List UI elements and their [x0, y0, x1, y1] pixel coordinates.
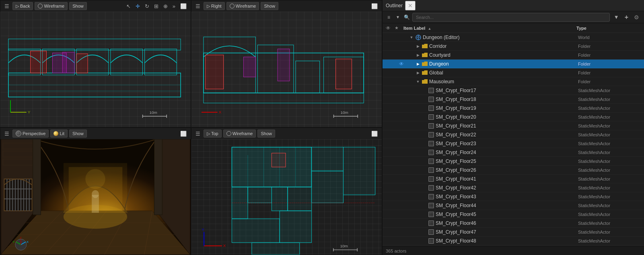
tree-item-sm_crypt_floor24[interactable]: SM_Crypt_Floor24 StaticMeshActor — [383, 148, 644, 157]
viewport-top-maximize-btn[interactable]: ⬜ — [370, 130, 379, 138]
tree-item-courtyard[interactable]: ▶ Courtyard Folder — [383, 51, 644, 60]
svg-rect-176 — [429, 212, 434, 217]
mesh-icon-sm_crypt_floor45 — [428, 212, 435, 217]
viewport-perspective-maximize-btn[interactable]: ⬜ — [179, 130, 188, 138]
viewport-back-show-btn[interactable]: Show — [69, 2, 87, 10]
viewport-top-show-btn[interactable]: Show — [257, 130, 275, 138]
viewport-perspective-menu-btn[interactable]: ☰ — [3, 130, 11, 138]
label-sm_crypt_floor26: SM_Crypt_Floor26 — [436, 167, 578, 173]
tree-item-sm_crypt_floor17[interactable]: SM_Crypt_Floor17 StaticMeshActor — [383, 86, 644, 95]
visibility-dungeon[interactable]: 👁 — [397, 61, 406, 67]
top-view-label: Top — [211, 131, 218, 136]
type-sm_crypt_floor44: StaticMeshActor — [578, 203, 642, 208]
svg-rect-89 — [252, 243, 300, 255]
tree-item-sm_crypt_floor46[interactable]: SM_Crypt_Floor46 StaticMeshActor — [383, 219, 644, 228]
viewport-back: ☰ ▷ Back Wireframe Show ↖ ✛ ↻ ⊞ ⊕ » ⬜ — [0, 0, 191, 128]
svg-rect-141 — [429, 150, 434, 155]
type-sm_crypt_floor21: StaticMeshActor — [578, 123, 642, 128]
tree-item-sm_crypt_floor42[interactable]: SM_Crypt_Floor42 StaticMeshActor — [383, 183, 644, 192]
header-type-col[interactable]: Type — [576, 26, 641, 31]
top-view-icon: ▷ — [207, 131, 210, 136]
expand-global[interactable]: ▶ — [415, 71, 421, 75]
outliner-close-button[interactable]: ✕ — [405, 1, 416, 10]
svg-rect-116 — [429, 106, 434, 111]
back-mode-label: Wireframe — [44, 4, 64, 8]
viewport-top-view-btn[interactable]: ▷ Top — [204, 130, 222, 138]
label-sm_crypt_floor46: SM_Crypt_Floor46 — [436, 220, 578, 226]
expand-corridor[interactable]: ▶ — [415, 44, 421, 48]
viewport-back-mode-btn[interactable]: Wireframe — [35, 2, 68, 10]
tree-item-sm_crypt_floor44[interactable]: SM_Crypt_Floor44 StaticMeshActor — [383, 201, 644, 210]
viewport-top-toolbar: ☰ ▷ Top Wireframe Show ⬜ — [191, 128, 382, 139]
mesh-icon-sm_crypt_floor46 — [428, 220, 435, 226]
label-sm_crypt_floor20: SM_Crypt_Floor20 — [436, 114, 578, 120]
tree-item-sm_crypt_floor22[interactable]: SM_Crypt_Floor22 StaticMeshActor — [383, 130, 644, 139]
tree-item-sm_crypt_floor41[interactable]: SM_Crypt_Floor41 StaticMeshActor — [383, 175, 644, 183]
outliner-tree[interactable]: ▼ Dungeon (Editor) World ▶ Corridor Fold… — [383, 33, 644, 246]
svg-text:X: X — [219, 110, 222, 114]
tree-item-sm_crypt_floor43[interactable]: SM_Crypt_Floor43 StaticMeshActor — [383, 192, 644, 201]
tree-item-sm_crypt_floor20[interactable]: SM_Crypt_Floor20 StaticMeshActor — [383, 113, 644, 121]
outliner-search-input[interactable] — [412, 13, 610, 22]
tree-item-sm_crypt_floor23[interactable]: SM_Crypt_Floor23 StaticMeshActor — [383, 139, 644, 148]
viewport-perspective-view-btn[interactable]: Perspective — [12, 130, 49, 138]
tree-item-dungeon-editor[interactable]: ▼ Dungeon (Editor) World — [383, 33, 644, 42]
viewport-back-rotate-btn[interactable]: ↻ — [143, 2, 151, 10]
viewport-back-more-btn[interactable]: » — [171, 2, 177, 10]
svg-rect-126 — [429, 123, 434, 128]
type-sm_crypt_floor19: StaticMeshActor — [578, 106, 642, 111]
tree-item-sm_crypt_floor47[interactable]: SM_Crypt_Floor47 StaticMeshActor — [383, 228, 644, 236]
tree-item-corridor[interactable]: ▶ Corridor Folder — [383, 42, 644, 51]
tree-item-sm_crypt_floor18[interactable]: SM_Crypt_Floor18 StaticMeshActor — [383, 95, 644, 104]
viewport-right-show-btn[interactable]: Show — [261, 2, 278, 10]
outliner-add-btn[interactable]: + — [623, 13, 630, 22]
type-sm_crypt_floor17: StaticMeshActor — [578, 88, 642, 93]
viewport-back-view-btn[interactable]: ▷ Back — [12, 2, 33, 10]
expand-courtyard[interactable]: ▶ — [415, 53, 421, 57]
tree-item-sm_crypt_floor21[interactable]: SM_Crypt_Floor21 StaticMeshActor — [383, 121, 644, 130]
tree-item-dungeon[interactable]: 👁 ▶ Dungeon Folder — [383, 60, 644, 68]
viewport-back-menu-btn[interactable]: ☰ — [3, 2, 11, 10]
outliner-filter-btn[interactable]: ≡ — [386, 14, 392, 21]
viewport-back-maximize-btn[interactable]: ⬜ — [179, 2, 188, 10]
tree-item-global[interactable]: ▶ Global Folder — [383, 68, 644, 77]
viewport-perspective-show-btn[interactable]: Show — [69, 130, 87, 138]
outliner-settings-btn[interactable]: ⚙ — [632, 13, 641, 21]
viewport-right-menu-btn[interactable]: ☰ — [194, 2, 202, 10]
viewport-right-mode-btn[interactable]: Wireframe — [226, 2, 259, 10]
expand-dungeon[interactable]: ▶ — [415, 62, 421, 66]
viewport-back-world-btn[interactable]: ⊕ — [162, 2, 169, 10]
tree-item-sm_crypt_floor48[interactable]: SM_Crypt_Floor48 StaticMeshActor — [383, 236, 644, 245]
viewport-right-scene: X 10m — [191, 12, 382, 127]
viewport-back-scale-btn[interactable]: ⊞ — [152, 2, 160, 10]
outliner-dropdown-btn[interactable]: ▼ — [612, 13, 621, 21]
viewport-top-menu-btn[interactable]: ☰ — [194, 130, 202, 138]
type-sm_crypt_floor46: StaticMeshActor — [578, 221, 642, 226]
expand-dungeon-editor[interactable]: ▼ — [408, 35, 415, 39]
lit-icon — [53, 131, 58, 136]
tree-item-sm_crypt_floor26[interactable]: SM_Crypt_Floor26 StaticMeshActor — [383, 166, 644, 175]
viewport-perspective-mode-btn[interactable]: Lit — [50, 130, 68, 138]
outliner-title: Outliner — [386, 3, 403, 8]
tree-item-sm_crypt_floor25[interactable]: SM_Crypt_Floor25 StaticMeshActor — [383, 157, 644, 166]
viewport-right-view-btn[interactable]: ▷ Right — [204, 2, 225, 10]
svg-rect-86 — [232, 219, 280, 243]
expand-mausoleum[interactable]: ▼ — [415, 80, 421, 84]
tree-item-sm_crypt_floor45[interactable]: SM_Crypt_Floor45 StaticMeshActor — [383, 210, 644, 219]
svg-rect-131 — [429, 132, 434, 137]
label-courtyard: Courtyard — [429, 52, 578, 58]
viewport-right-maximize-btn[interactable]: ⬜ — [370, 2, 379, 10]
tree-item-sm_crypt_floor19[interactable]: SM_Crypt_Floor19 StaticMeshActor — [383, 104, 644, 113]
svg-rect-95 — [344, 147, 375, 195]
tree-item-mausoleum[interactable]: ▼ Mausoleum Folder — [383, 77, 644, 86]
svg-rect-28 — [335, 59, 352, 89]
header-label-col[interactable]: Item Label ▲ — [403, 26, 576, 31]
viewport-back-select-btn[interactable]: ↖ — [125, 2, 132, 10]
world-icon-dungeon-editor — [415, 35, 422, 40]
label-sm_crypt_floor18: SM_Crypt_Floor18 — [436, 97, 578, 102]
viewport-back-move-btn[interactable]: ✛ — [134, 2, 142, 10]
perspective-scene-svg: X Y Z — [0, 139, 191, 255]
viewport-top-mode-btn[interactable]: Wireframe — [223, 130, 256, 138]
outliner-expand-btn[interactable]: ▼ — [394, 14, 401, 20]
type-dungeon-editor: World — [578, 35, 642, 40]
